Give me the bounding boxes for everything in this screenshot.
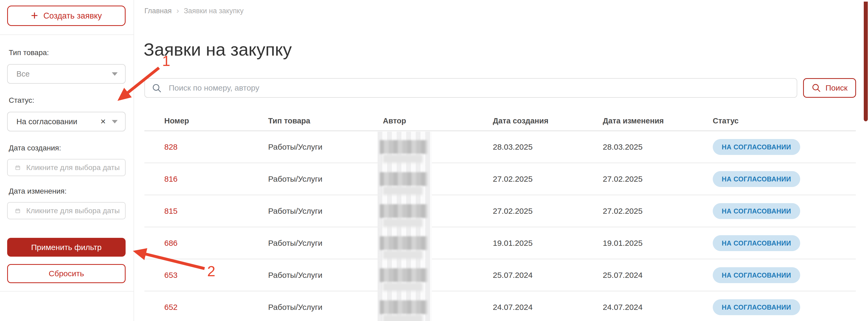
date-modified-cell: 19.01.2025 xyxy=(603,238,713,248)
request-number-link[interactable]: 828 xyxy=(164,142,268,152)
author-redacted-blur xyxy=(380,236,427,250)
date-created-cell: 27.02.2025 xyxy=(493,174,603,184)
table-row: 816 Работы/Услуги 27.02.2025 27.02.2025 … xyxy=(145,163,856,195)
date-created-cell: 19.01.2025 xyxy=(493,238,603,248)
status-cell: НА СОГЛАСОВАНИИ xyxy=(713,267,856,283)
page-title: Заявки на закупку xyxy=(144,39,292,60)
chevron-down-icon xyxy=(112,120,118,123)
breadcrumb-home-link[interactable]: Главная xyxy=(145,7,172,15)
request-number-link[interactable]: 652 xyxy=(164,303,268,312)
date-modified-cell: 28.03.2025 xyxy=(603,142,713,152)
breadcrumb-current: Заявки на закупку xyxy=(184,7,244,15)
create-request-button[interactable]: + Создать заявку xyxy=(7,6,126,26)
status-badge: НА СОГЛАСОВАНИИ xyxy=(713,299,800,315)
clear-icon[interactable]: ✕ xyxy=(100,118,106,126)
status-cell: НА СОГЛАСОВАНИИ xyxy=(713,139,856,155)
product-type-cell: Работы/Услуги xyxy=(268,174,383,184)
author-redacted-blur xyxy=(380,268,427,282)
date-modified-cell: 27.02.2025 xyxy=(603,174,713,184)
author-redacted-blur xyxy=(380,204,427,218)
sidebar-divider xyxy=(0,291,134,292)
status-badge: НА СОГЛАСОВАНИИ xyxy=(713,139,800,155)
table-body: 828 Работы/Услуги 28.03.2025 28.03.2025 … xyxy=(145,131,856,321)
author-redacted-blur xyxy=(383,251,423,259)
calendar-icon xyxy=(15,163,21,172)
product-type-select[interactable]: Все xyxy=(7,64,126,84)
date-modified-label: Дата изменения: xyxy=(9,187,66,195)
search-field-wrap xyxy=(145,78,797,98)
request-number-link[interactable]: 815 xyxy=(164,206,268,216)
product-type-cell: Работы/Услуги xyxy=(268,303,383,312)
table-row: 815 Работы/Услуги 27.02.2025 27.02.2025 … xyxy=(145,195,856,227)
table-row: 652 Работы/Услуги 24.07.2024 24.07.2024 … xyxy=(145,291,856,321)
breadcrumb: Главная › Заявки на закупку xyxy=(145,7,244,15)
author-redacted-blur xyxy=(380,172,427,186)
col-header-date-modified: Дата изменения xyxy=(603,117,713,125)
table-row: 686 Работы/Услуги 19.01.2025 19.01.2025 … xyxy=(145,227,856,259)
status-badge: НА СОГЛАСОВАНИИ xyxy=(713,171,800,187)
status-badge: НА СОГЛАСОВАНИИ xyxy=(713,267,800,283)
product-type-value: Все xyxy=(17,70,112,78)
create-request-label: Создать заявку xyxy=(43,11,102,21)
status-cell: НА СОГЛАСОВАНИИ xyxy=(713,203,856,219)
date-modified-input[interactable]: Кликните для выбора даты xyxy=(7,202,126,219)
status-badge: НА СОГЛАСОВАНИИ xyxy=(713,235,800,251)
status-value: На согласовании xyxy=(17,117,100,126)
author-redacted-blur xyxy=(380,140,427,154)
main-content: Главная › Заявки на закупку Заявки на за… xyxy=(134,0,868,321)
product-type-cell: Работы/Услуги xyxy=(268,142,383,152)
chevron-down-icon xyxy=(112,72,118,76)
product-type-cell: Работы/Услуги xyxy=(268,238,383,248)
author-redacted-blur xyxy=(383,187,423,195)
date-created-cell: 25.07.2024 xyxy=(493,271,603,280)
table-header-row: Номер Тип товара Автор Дата создания Дат… xyxy=(145,111,856,131)
date-modified-cell: 27.02.2025 xyxy=(603,206,713,216)
author-redacted-blur xyxy=(383,219,423,227)
plus-icon: + xyxy=(31,9,38,22)
table-row: 828 Работы/Услуги 28.03.2025 28.03.2025 … xyxy=(145,131,856,163)
scrollbar-thumb[interactable] xyxy=(864,2,868,121)
col-header-number: Номер xyxy=(164,117,268,125)
status-badge: НА СОГЛАСОВАНИИ xyxy=(713,203,800,219)
date-created-cell: 27.02.2025 xyxy=(493,206,603,216)
status-cell: НА СОГЛАСОВАНИИ xyxy=(713,299,856,315)
status-cell: НА СОГЛАСОВАНИИ xyxy=(713,171,856,187)
date-created-cell: 24.07.2024 xyxy=(493,303,603,312)
status-label: Статус: xyxy=(9,96,34,105)
search-button[interactable]: Поиск xyxy=(803,78,856,98)
chevron-right-icon: › xyxy=(177,6,179,15)
status-cell: НА СОГЛАСОВАНИИ xyxy=(713,235,856,251)
author-redacted-blur xyxy=(380,300,427,314)
col-header-product-type: Тип товара xyxy=(268,117,383,125)
search-input[interactable] xyxy=(145,78,797,98)
author-redaction-overlay xyxy=(378,132,432,321)
date-modified-placeholder: Кликните для выбора даты xyxy=(26,206,120,215)
date-modified-cell: 24.07.2024 xyxy=(603,303,713,312)
col-header-status: Статус xyxy=(713,117,856,125)
request-number-link[interactable]: 653 xyxy=(164,271,268,280)
sidebar-divider xyxy=(0,34,134,35)
request-number-link[interactable]: 816 xyxy=(164,174,268,184)
date-modified-cell: 25.07.2024 xyxy=(603,271,713,280)
col-header-author: Автор xyxy=(383,117,493,125)
request-number-link[interactable]: 686 xyxy=(164,238,268,248)
author-redacted-blur xyxy=(383,283,423,291)
search-button-label: Поиск xyxy=(825,84,847,92)
reset-filter-button[interactable]: Сбросить xyxy=(7,264,126,283)
calendar-icon xyxy=(15,206,21,215)
requests-table: Номер Тип товара Автор Дата создания Дат… xyxy=(145,111,856,321)
author-redacted-blur xyxy=(383,315,423,321)
apply-filter-button[interactable]: Применить фильтр xyxy=(7,238,126,257)
search-icon xyxy=(812,83,821,93)
table-row: 653 Работы/Услуги 25.07.2024 25.07.2024 … xyxy=(145,259,856,291)
col-header-date-created: Дата создания xyxy=(493,117,603,125)
author-redacted-blur xyxy=(383,154,423,163)
product-type-cell: Работы/Услуги xyxy=(268,206,383,216)
product-type-cell: Работы/Услуги xyxy=(268,271,383,280)
filter-sidebar: + Создать заявку Тип товара: Все Статус:… xyxy=(0,0,134,321)
status-select[interactable]: На согласовании ✕ xyxy=(7,112,126,131)
date-created-label: Дата создания: xyxy=(9,144,61,152)
product-type-label: Тип товара: xyxy=(9,49,49,57)
date-created-input[interactable]: Кликните для выбора даты xyxy=(7,159,126,176)
date-created-cell: 28.03.2025 xyxy=(493,142,603,152)
